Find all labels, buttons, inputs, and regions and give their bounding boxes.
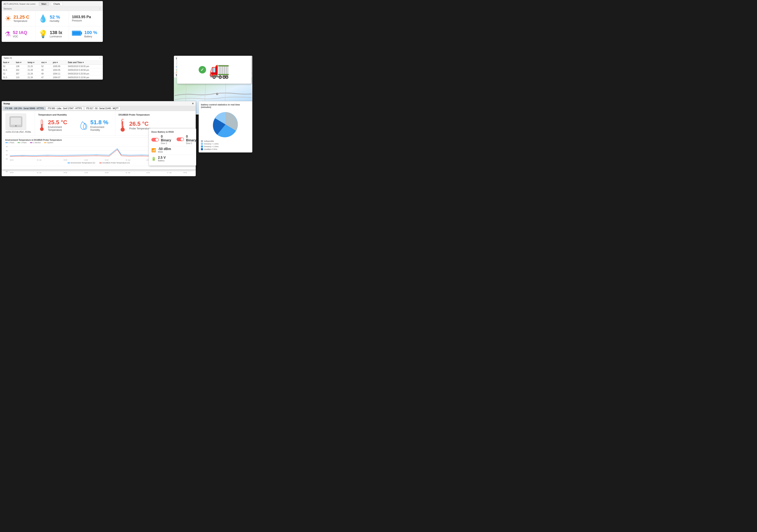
- table-header-row: hum ▾ lum ▾ temp ▾ voc ▾ pre ▾ Date and …: [2, 61, 103, 65]
- device-humidity-label: Environment Humidity: [90, 126, 112, 131]
- door2-toggle[interactable]: [151, 138, 159, 142]
- battery-label: Battery: [84, 35, 97, 38]
- col-pre[interactable]: pre ▾: [52, 61, 67, 65]
- pie-chart-panel: battery control statistics in real time …: [198, 101, 252, 153]
- device-tab-2[interactable]: ITS 517 - 50 - Serial 21445 - MQTT: [84, 107, 120, 110]
- device-humidity-value: 51.8 %: [90, 119, 112, 126]
- voc-label: VOC: [13, 35, 27, 38]
- probe-title: DS18B20 Probe Temperature: [118, 114, 192, 116]
- check-icon: ✓: [198, 66, 206, 73]
- svg-text:12:00: 12:00: [84, 159, 88, 161]
- door2-row: 0 Binary Door 2 0 Binary Door 1: [151, 135, 194, 145]
- door1-value: 0 Binary: [186, 135, 197, 142]
- svg-text:12:00: 12:00: [146, 172, 150, 173]
- tab-charts[interactable]: Charts: [51, 2, 63, 6]
- col-voc[interactable]: voc ▾: [40, 61, 52, 65]
- data-table-panel: Table #1 ⋮ hum ▾ lum ▾ temp ▾ voc ▾ pre …: [2, 56, 103, 80]
- svg-text:30: 30: [6, 154, 8, 156]
- svg-text:04:00: 04:00: [64, 172, 67, 173]
- svg-text:35: 35: [6, 150, 8, 152]
- svg-text:08:00: 08:00: [10, 159, 14, 161]
- svg-point-8: [217, 93, 218, 95]
- rssi-label: RSSI: [158, 151, 171, 153]
- table-row: 51.511021.28471004.0704/05/2019 5:15:56 …: [2, 76, 103, 79]
- probe-label: Probe Temperature: [129, 127, 151, 130]
- door1-label: Door 1: [186, 142, 197, 145]
- rssi-row: 📶 -50 dBm RSSI: [151, 147, 194, 153]
- battery-value: 100 %: [84, 30, 97, 35]
- humidity-icon: 💧: [38, 14, 48, 23]
- luminance-cell: 💡 138 lx Luminance: [36, 26, 69, 42]
- pressure-value: 1003.95 Pa: [72, 15, 91, 19]
- svg-rect-23: [121, 124, 122, 124]
- luminance-icon: 💡: [38, 30, 48, 39]
- svg-text:25: 25: [6, 158, 8, 160]
- signal-icon: 📶: [151, 148, 156, 153]
- battery-icon: [72, 30, 82, 38]
- svg-text:08:00: 08:00: [10, 172, 14, 173]
- table-row: 5230721.29491004.1104/05/2019 5:25:58 pm: [2, 72, 103, 76]
- door2-value: 0 Binary: [161, 135, 171, 142]
- battery-dooc-row: 🔋 2.5 V Battery: [151, 156, 194, 162]
- luminance-value: 138 lx: [50, 30, 62, 35]
- device-tabs: ITS 598 - 100 1FA - Serial 30848 - HTTPS…: [2, 106, 196, 111]
- device-close-button[interactable]: ✕: [192, 102, 194, 105]
- sensor-grid: ☀ 21.25 C Temperature 💧 52 % Humidity 10…: [2, 11, 103, 42]
- device-tab-1[interactable]: ITS 500 - Lidia - Serif 17047 - HTTP1: [46, 107, 84, 110]
- probe-value: 26.5 °C: [129, 121, 151, 127]
- pressure-label: Pressure: [72, 19, 91, 22]
- door1-toggle[interactable]: [176, 137, 184, 141]
- svg-text:12:00: 12:00: [84, 172, 88, 173]
- table-body: 5213821.25521005.9504/05/2019 5:56:05 pm…: [2, 65, 103, 79]
- temp-humidity-col: Temperature and Humidity 25.5 °C Environ…: [35, 111, 115, 136]
- temperature-value: 21.25 C: [14, 14, 29, 20]
- col-temp[interactable]: temp ▾: [26, 61, 40, 65]
- device-name: mi20ci EUI:db:cf5ef...ff338a: [6, 131, 31, 133]
- svg-point-14: [40, 127, 44, 131]
- device-tab-0[interactable]: ITS 598 - 100 1FA - Serial 30848 - HTTPS: [3, 107, 45, 110]
- humidity-label: Humidity: [50, 20, 60, 22]
- svg-text:04:00: 04:00: [183, 172, 187, 173]
- svg-rect-24: [123, 120, 124, 126]
- table-title: Table #1 ⋮: [2, 56, 103, 61]
- panel-header: ACT-LW12VUL 5oave via Lores Main Charts: [2, 1, 103, 7]
- device-temp-row: 25.5 °C Environment Temperature 51.8 % E…: [38, 118, 112, 132]
- svg-rect-19: [122, 121, 123, 128]
- svg-text:40: 40: [6, 171, 8, 173]
- battery-dooc-icon: 🔋: [151, 156, 156, 161]
- humidity-cell: 💧 52 % Humidity: [36, 11, 69, 26]
- sensor-data-table: hum ▾ lum ▾ temp ▾ voc ▾ pre ▾ Date and …: [2, 61, 103, 79]
- battery-dooc-value: 2.5 V: [158, 156, 166, 159]
- svg-text:16. Jan: 16. Jan: [126, 159, 130, 161]
- svg-text:16. Jan: 16. Jan: [126, 172, 130, 173]
- app-title: ACT-LW12VUL 5oave via Lores: [4, 3, 36, 5]
- svg-point-20: [121, 127, 125, 132]
- door2-label: Door 2: [161, 142, 171, 145]
- svg-rect-22: [121, 122, 122, 122]
- table-row: 5213821.25521005.9504/05/2019 5:56:05 pm: [2, 65, 103, 68]
- device-temp-value: 25.5 °C: [48, 119, 73, 126]
- device-image-col: mi20ci EUI:db:cf5ef...ff338a: [2, 111, 35, 136]
- battery-dooc-label: Battery: [158, 159, 166, 162]
- svg-text:04:00: 04:00: [105, 159, 108, 161]
- battery-cell: 100 % Battery: [69, 26, 103, 42]
- col-lum[interactable]: lum ▾: [15, 61, 26, 65]
- device-image: [6, 114, 26, 130]
- table-row: 51.520221.28401004.0504/05/2019 5:40:58 …: [2, 68, 103, 72]
- pie-container: Indisponible Donancy > 1.0ms Donancy > 2…: [201, 110, 250, 150]
- rssi-value: -50 dBm: [158, 147, 171, 151]
- svg-text:40: 40: [6, 146, 8, 148]
- col-datetime[interactable]: Date and Time ▾: [67, 61, 103, 65]
- tab-main[interactable]: Main: [39, 2, 49, 6]
- dooc-panel: Dooc Battery & RSSI 0 Binary Door 2 0 Bi…: [149, 128, 196, 166]
- svg-rect-10: [11, 118, 21, 125]
- voc-icon: ⚗: [5, 30, 11, 38]
- svg-text:04:00: 04:00: [105, 172, 108, 173]
- svg-point-11: [15, 125, 16, 126]
- device-header: fromp ✕: [2, 101, 196, 106]
- col-hum[interactable]: hum ▾: [2, 61, 15, 65]
- temperature-label: Temperature: [14, 20, 29, 22]
- truck-icon: 🚛: [209, 60, 230, 79]
- sensors-title-bar: Sensors ⋮: [2, 7, 103, 11]
- temp-humidity-title: Temperature and Humidity: [38, 114, 112, 116]
